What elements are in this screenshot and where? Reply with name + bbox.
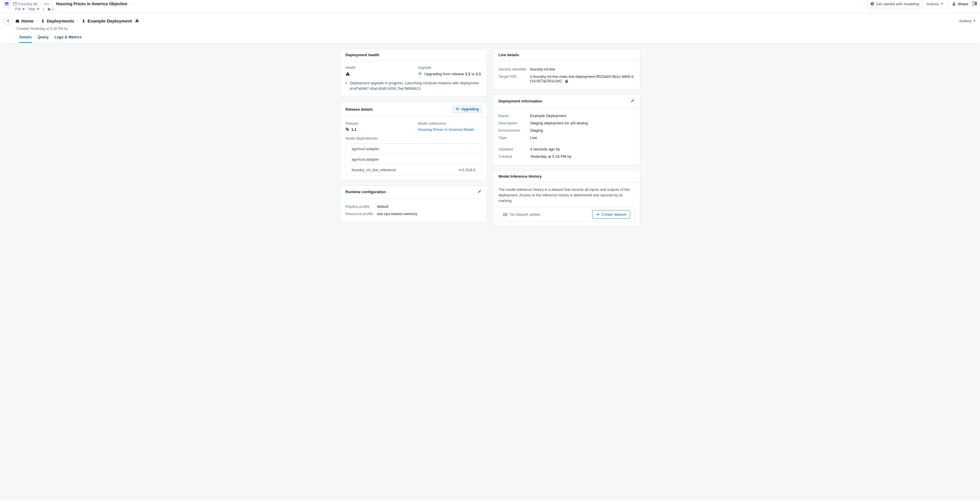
help-menu[interactable]: Help ▼ — [29, 7, 40, 11]
tab-details[interactable]: Details — [19, 35, 32, 43]
edit-icon[interactable] — [477, 189, 482, 194]
breadcrumb-home[interactable]: Home — [15, 18, 33, 24]
create-dataset-label: Create dataset — [601, 212, 627, 216]
dependency-row: agnhost-adapter — [346, 144, 481, 154]
service-id-value: foundry-ml-live — [530, 67, 555, 72]
chevron-down-icon: ▼ — [22, 7, 25, 11]
chevron-down-icon: ▼ — [37, 7, 40, 11]
help-menu-label: Help — [29, 7, 36, 11]
upgrade-text: Upgrading from release — [425, 72, 465, 76]
updated-value: 4 seconds ago by — [530, 147, 560, 151]
runtime-config-card: Runtime configuration Replica profile de… — [340, 186, 487, 223]
card-title: Deployment information — [498, 99, 542, 103]
tab-logs-metrics[interactable]: Logs & Metrics — [54, 35, 82, 43]
card-header: Live details — [493, 49, 640, 61]
replica-profile-label: Replica profile — [345, 204, 377, 209]
page-title: Housing Prices in America Objective — [56, 2, 127, 6]
upgrade-label: Upgrade — [418, 65, 482, 70]
get-started-button[interactable]: ? Get started with modeling — [867, 0, 922, 8]
card-title: Release details — [345, 107, 373, 111]
model-inference-history-card: Model Inference History The model infere… — [493, 170, 640, 227]
tag-icon — [345, 127, 350, 131]
breadcrumb-deployments[interactable]: Deployments — [41, 18, 74, 24]
dependency-row: agnhost-adapter — [346, 154, 481, 164]
card-header: Deployment health — [340, 49, 487, 61]
actions-label: Actions — [959, 19, 972, 23]
share-label: Share — [958, 2, 968, 6]
type-label: Type — [498, 135, 530, 140]
breadcrumb-ellipsis[interactable]: ••• — [43, 2, 50, 6]
upgrading-badge: Upgrading — [453, 106, 482, 113]
upgrade-status: Upgrading from release 1.1 to 1.1 — [418, 72, 482, 76]
actions-label: Actions — [926, 2, 939, 6]
dependency-row: foundry_ml_live_inference>=1.518.0 — [346, 164, 481, 175]
breadcrumb-current-label: Example Deployment — [88, 18, 132, 24]
upgrade-from-version: 1.1 — [465, 72, 470, 76]
svg-rect-5 — [975, 2, 977, 5]
app-name-crumb[interactable]: Foundry ML — [18, 2, 38, 6]
svg-rect-0 — [13, 3, 17, 5]
model-submission-link[interactable]: Housing Prices In America Model — [418, 127, 482, 132]
app-logo[interactable] — [3, 0, 11, 8]
created-label: Created — [498, 154, 530, 159]
dataset-empty-box: No dataset added Create dataset — [498, 207, 635, 222]
clipboard-icon[interactable] — [565, 79, 568, 83]
environment-label: Environment — [498, 128, 530, 133]
actions-dropdown-header[interactable]: Actions ▼ — [959, 19, 976, 23]
target-rid-label: Target RID — [498, 74, 530, 83]
release-value: 1.1 — [345, 127, 409, 132]
star-icon[interactable]: ☆ — [129, 2, 133, 6]
plus-icon — [596, 213, 600, 216]
table-icon — [503, 212, 508, 217]
deploy-icon — [81, 19, 86, 23]
status-message: Deployment upgrade in progress: Launchin… — [345, 81, 482, 92]
dependencies-list: agnhost-adapter agnhost-adapter foundry_… — [345, 143, 482, 175]
breadcrumb-home-label: Home — [21, 18, 33, 24]
home-icon — [15, 19, 20, 23]
chevron-down-icon: ▼ — [973, 19, 976, 22]
deploy-icon — [41, 19, 45, 23]
sync-icon — [418, 72, 422, 76]
breadcrumb-current: Example Deployment — [81, 18, 132, 24]
get-started-label: Get started with modeling — [876, 2, 919, 6]
separator: | — [43, 7, 44, 11]
file-menu[interactable]: File ▼ — [15, 7, 25, 11]
upgrading-badge-text: Upgrading — [461, 107, 479, 111]
svg-text:?: ? — [872, 3, 873, 6]
card-title: Runtime configuration — [345, 190, 386, 194]
replica-profile-value: default — [377, 204, 388, 209]
environment-value: Staging — [530, 128, 543, 133]
updated-label: Updated — [498, 147, 530, 151]
org-indicator[interactable]: 1 — [48, 7, 54, 11]
chevron-right-icon: › — [52, 2, 53, 6]
chevron-down-icon: ▼ — [941, 2, 943, 5]
model-deps-label: Model dependencies — [345, 137, 482, 140]
share-button[interactable]: Share — [952, 2, 968, 6]
description-value: Staging deployment for a/b testing — [530, 121, 588, 125]
service-id-label: Service identifier — [498, 67, 530, 72]
edit-icon[interactable] — [630, 99, 635, 103]
file-menu-label: File — [15, 7, 21, 11]
tab-query[interactable]: Query — [38, 35, 49, 43]
description-label: Description — [498, 121, 530, 125]
svg-rect-4 — [973, 2, 974, 5]
chevron-right-icon: › — [40, 2, 41, 6]
name-value: Example Deployment — [530, 114, 566, 118]
breadcrumb-deployments-label: Deployments — [47, 18, 74, 24]
no-dataset-text: No dataset added — [510, 212, 540, 216]
back-button[interactable] — [4, 17, 12, 25]
chevron-right-icon: › — [37, 19, 38, 23]
create-dataset-button[interactable]: Create dataset — [592, 210, 630, 219]
created-value: Yesterday at 5:16 PM by — [530, 154, 571, 159]
resource-profile-value: low-cpu-lowest-memory — [377, 211, 417, 216]
panel-toggle-button[interactable] — [972, 1, 977, 7]
warning-icon — [135, 18, 139, 24]
help-icon: ? — [870, 2, 874, 6]
name-label: Name — [498, 114, 530, 118]
health-label: Health — [345, 65, 409, 70]
sync-icon — [455, 107, 460, 112]
actions-dropdown-top[interactable]: Actions ▼ — [926, 2, 943, 6]
app-icon — [13, 2, 17, 6]
release-label: Release — [345, 121, 409, 126]
release-details-card: Release details Upgrading Release — [340, 102, 487, 180]
